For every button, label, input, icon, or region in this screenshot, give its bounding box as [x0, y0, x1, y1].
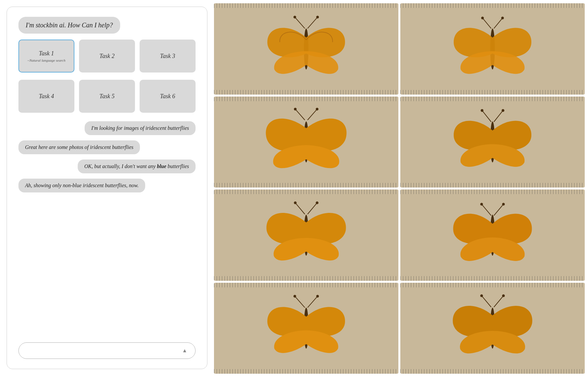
butterfly-image-1 [214, 3, 398, 95]
send-icon: ▲ [182, 348, 187, 354]
svg-line-28 [494, 204, 503, 216]
task-cell-5[interactable]: Task 5 [79, 80, 135, 113]
chat-message-3-bold: blue [157, 163, 166, 169]
svg-point-37 [480, 294, 483, 297]
svg-point-29 [502, 203, 505, 205]
task-cell-1[interactable]: Task 1 ~Natural language search [18, 40, 74, 72]
butterfly-grid [214, 0, 588, 377]
svg-line-38 [494, 296, 503, 307]
svg-line-1 [295, 17, 305, 28]
butterfly-image-4 [400, 97, 585, 188]
task-cell-4[interactable]: Task 4 [18, 80, 74, 113]
chat-message-3-text-part1: OK, but actually, I don't want any [84, 163, 157, 169]
svg-line-6 [483, 18, 491, 28]
task-3-label: Task 3 [160, 53, 175, 60]
tasks-grid-row2: Task 4 Task 5 Task 6 [18, 80, 196, 113]
greeting-text: I'm stockbin ai. How Can I help? [26, 21, 113, 29]
task-cell-2[interactable]: Task 2 [79, 40, 135, 72]
chat-area: I'm looking for images of iridescent but… [18, 121, 196, 336]
svg-point-39 [502, 294, 505, 297]
task-1-subtitle: ~Natural language search [27, 58, 66, 62]
tasks-grid-row1: Task 1 ~Natural language search Task 2 T… [18, 40, 196, 72]
svg-line-18 [494, 110, 503, 122]
task-5-label: Task 5 [99, 93, 115, 100]
svg-line-3 [307, 17, 317, 28]
butterfly-image-5 [214, 189, 398, 281]
send-button[interactable]: ▲ [180, 346, 189, 355]
task-6-label: Task 6 [160, 93, 175, 100]
chat-message-2: Great here are some photos of iridescent… [18, 140, 140, 154]
butterfly-image-2 [400, 3, 585, 95]
svg-line-26 [482, 204, 491, 216]
chat-input[interactable] [25, 348, 180, 354]
chat-message-1: I'm looking for images of iridescent but… [85, 121, 196, 135]
chat-message-1-text: I'm looking for images of iridescent but… [91, 125, 189, 131]
butterfly-image-3 [214, 97, 398, 188]
svg-point-14 [316, 108, 318, 110]
svg-line-23 [307, 203, 317, 214]
svg-line-31 [295, 296, 305, 308]
svg-point-12 [294, 108, 297, 110]
svg-line-11 [295, 109, 305, 120]
chat-message-3: OK, but actually, I don't want any blue … [78, 160, 196, 173]
task-4-label: Task 4 [39, 93, 54, 100]
butterfly-image-6 [400, 189, 585, 281]
chat-input-area: ▲ [18, 342, 196, 359]
svg-line-13 [307, 109, 317, 120]
task-1-label: Task 1 [39, 50, 54, 57]
chat-message-4-text: Ah, showing only non-blue iridescent but… [25, 183, 139, 188]
svg-point-7 [481, 16, 484, 19]
butterfly-image-7 [214, 283, 398, 374]
chat-message-4: Ah, showing only non-blue iridescent but… [18, 179, 145, 192]
svg-line-16 [482, 110, 491, 122]
butterfly-image-8 [400, 283, 585, 374]
svg-point-22 [294, 201, 297, 204]
svg-line-36 [482, 296, 491, 307]
svg-point-27 [480, 203, 483, 205]
svg-point-24 [316, 201, 318, 204]
svg-point-9 [501, 16, 504, 19]
svg-line-8 [494, 18, 502, 28]
svg-point-2 [293, 15, 296, 18]
task-cell-3[interactable]: Task 3 [140, 40, 196, 72]
svg-line-33 [307, 296, 317, 308]
task-cell-6[interactable]: Task 6 [140, 80, 196, 113]
svg-point-32 [293, 295, 296, 298]
chat-message-2-text: Great here are some photos of iridescent… [25, 144, 133, 150]
svg-line-21 [295, 203, 305, 214]
svg-point-19 [502, 109, 504, 112]
left-panel: I'm stockbin ai. How Can I help? Task 1 … [7, 7, 207, 369]
greeting-bubble: I'm stockbin ai. How Can I help? [18, 17, 120, 34]
svg-point-17 [481, 109, 483, 112]
svg-point-34 [316, 295, 319, 298]
chat-message-3-text-part2: butterflies [166, 163, 189, 169]
task-2-label: Task 2 [99, 53, 115, 60]
svg-point-4 [316, 15, 319, 18]
